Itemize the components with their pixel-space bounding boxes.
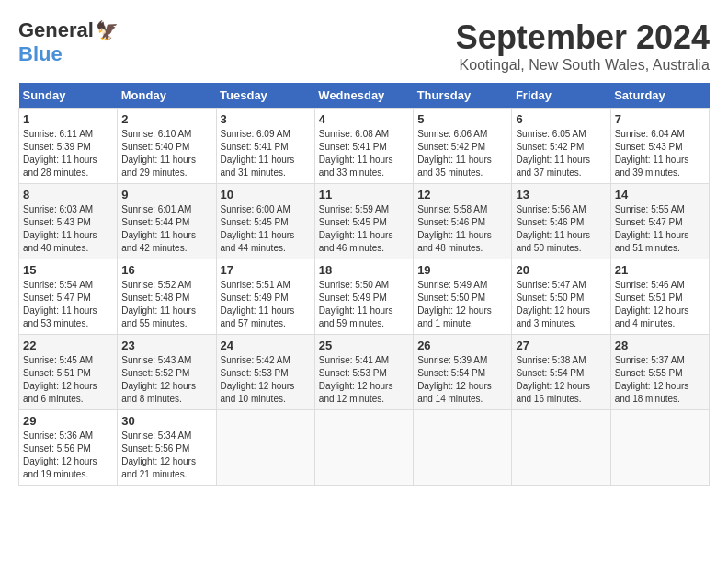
col-sunday: Sunday xyxy=(19,83,118,109)
calendar-day-cell: 9 Sunrise: 6:01 AMSunset: 5:44 PMDayligh… xyxy=(118,184,216,259)
day-number: 26 xyxy=(417,339,507,352)
day-info: Sunrise: 5:34 AMSunset: 5:56 PMDaylight:… xyxy=(121,431,196,479)
day-info: Sunrise: 6:05 AMSunset: 5:42 PMDaylight:… xyxy=(516,129,590,178)
day-number: 7 xyxy=(615,112,705,126)
day-info: Sunrise: 5:54 AMSunset: 5:47 PMDaylight:… xyxy=(23,280,97,328)
calendar-day-cell: 21 Sunrise: 5:46 AMSunset: 5:51 PMDaylig… xyxy=(610,259,709,335)
day-info: Sunrise: 5:38 AMSunset: 5:54 PMDaylight:… xyxy=(516,355,590,404)
day-number: 9 xyxy=(121,188,211,201)
calendar-week-row: 29 Sunrise: 5:36 AMSunset: 5:56 PMDaylig… xyxy=(19,410,710,486)
day-number: 24 xyxy=(221,339,311,352)
calendar-day-cell: 19 Sunrise: 5:49 AMSunset: 5:50 PMDaylig… xyxy=(414,259,512,335)
month-title: September 2024 xyxy=(456,18,710,57)
day-number: 17 xyxy=(221,263,311,277)
calendar-day-cell: 10 Sunrise: 6:00 AMSunset: 5:45 PMDaylig… xyxy=(216,184,314,259)
calendar-day-cell: 14 Sunrise: 5:55 AMSunset: 5:47 PMDaylig… xyxy=(610,184,709,259)
calendar-day-cell: 8 Sunrise: 6:03 AMSunset: 5:43 PMDayligh… xyxy=(19,184,118,259)
title-area: September 2024 Kootingal, New South Wale… xyxy=(456,18,710,74)
col-friday: Friday xyxy=(512,83,610,109)
day-number: 3 xyxy=(221,112,311,126)
calendar-week-row: 15 Sunrise: 5:54 AMSunset: 5:47 PMDaylig… xyxy=(19,259,710,335)
day-number: 12 xyxy=(417,188,507,201)
day-number: 22 xyxy=(23,339,113,352)
day-info: Sunrise: 5:58 AMSunset: 5:46 PMDaylight:… xyxy=(417,204,492,253)
day-number: 29 xyxy=(23,414,113,428)
day-number: 5 xyxy=(417,112,507,126)
calendar-week-row: 1 Sunrise: 6:11 AMSunset: 5:39 PMDayligh… xyxy=(19,109,710,184)
day-number: 15 xyxy=(23,263,113,277)
calendar-day-cell: 27 Sunrise: 5:38 AMSunset: 5:54 PMDaylig… xyxy=(512,335,610,410)
calendar-day-cell: 12 Sunrise: 5:58 AMSunset: 5:46 PMDaylig… xyxy=(414,184,512,259)
calendar-day-cell: 30 Sunrise: 5:34 AMSunset: 5:56 PMDaylig… xyxy=(118,410,216,486)
day-number: 23 xyxy=(121,339,211,352)
calendar-day-cell: 16 Sunrise: 5:52 AMSunset: 5:48 PMDaylig… xyxy=(118,259,216,335)
calendar-day-cell xyxy=(314,410,413,486)
calendar-day-cell: 2 Sunrise: 6:10 AMSunset: 5:40 PMDayligh… xyxy=(118,109,216,184)
day-number: 4 xyxy=(319,112,409,126)
calendar-day-cell: 11 Sunrise: 5:59 AMSunset: 5:45 PMDaylig… xyxy=(314,184,413,259)
col-thursday: Thursday xyxy=(414,83,512,109)
logo-blue-text: Blue xyxy=(18,42,63,66)
day-info: Sunrise: 5:49 AMSunset: 5:50 PMDaylight:… xyxy=(417,280,492,328)
day-info: Sunrise: 5:36 AMSunset: 5:56 PMDaylight:… xyxy=(23,431,97,479)
day-info: Sunrise: 5:46 AMSunset: 5:51 PMDaylight:… xyxy=(615,280,689,328)
calendar-day-cell xyxy=(216,410,314,486)
calendar-day-cell: 23 Sunrise: 5:43 AMSunset: 5:52 PMDaylig… xyxy=(118,335,216,410)
day-info: Sunrise: 6:11 AMSunset: 5:39 PMDaylight:… xyxy=(23,129,97,178)
logo-bird-icon: 🦅 xyxy=(96,19,119,41)
col-tuesday: Tuesday xyxy=(216,83,314,109)
day-number: 30 xyxy=(121,414,211,428)
calendar-day-cell: 3 Sunrise: 6:09 AMSunset: 5:41 PMDayligh… xyxy=(216,109,314,184)
day-number: 1 xyxy=(23,112,113,126)
day-info: Sunrise: 5:41 AMSunset: 5:53 PMDaylight:… xyxy=(319,355,393,404)
day-number: 16 xyxy=(121,263,211,277)
day-info: Sunrise: 5:51 AMSunset: 5:49 PMDaylight:… xyxy=(221,280,295,328)
day-number: 18 xyxy=(319,263,409,277)
calendar-day-cell: 17 Sunrise: 5:51 AMSunset: 5:49 PMDaylig… xyxy=(216,259,314,335)
day-info: Sunrise: 6:00 AMSunset: 5:45 PMDaylight:… xyxy=(221,204,295,253)
calendar-week-row: 8 Sunrise: 6:03 AMSunset: 5:43 PMDayligh… xyxy=(19,184,710,259)
calendar-day-cell: 4 Sunrise: 6:08 AMSunset: 5:41 PMDayligh… xyxy=(314,109,413,184)
col-wednesday: Wednesday xyxy=(314,83,413,109)
day-number: 8 xyxy=(23,188,113,201)
day-info: Sunrise: 5:43 AMSunset: 5:52 PMDaylight:… xyxy=(121,355,196,404)
day-number: 11 xyxy=(319,188,409,201)
logo-general-text: General xyxy=(18,18,94,42)
calendar-week-row: 22 Sunrise: 5:45 AMSunset: 5:51 PMDaylig… xyxy=(19,335,710,410)
calendar-day-cell: 15 Sunrise: 5:54 AMSunset: 5:47 PMDaylig… xyxy=(19,259,118,335)
day-info: Sunrise: 5:37 AMSunset: 5:55 PMDaylight:… xyxy=(615,355,689,404)
calendar-day-cell: 7 Sunrise: 6:04 AMSunset: 5:43 PMDayligh… xyxy=(610,109,709,184)
day-number: 27 xyxy=(516,339,606,352)
calendar-day-cell: 26 Sunrise: 5:39 AMSunset: 5:54 PMDaylig… xyxy=(414,335,512,410)
day-number: 21 xyxy=(615,263,705,277)
calendar-day-cell: 13 Sunrise: 5:56 AMSunset: 5:46 PMDaylig… xyxy=(512,184,610,259)
col-monday: Monday xyxy=(118,83,216,109)
day-info: Sunrise: 5:39 AMSunset: 5:54 PMDaylight:… xyxy=(417,355,492,404)
calendar-day-cell xyxy=(610,410,709,486)
calendar-day-cell: 25 Sunrise: 5:41 AMSunset: 5:53 PMDaylig… xyxy=(314,335,413,410)
day-info: Sunrise: 6:04 AMSunset: 5:43 PMDaylight:… xyxy=(615,129,689,178)
calendar-day-cell: 18 Sunrise: 5:50 AMSunset: 5:49 PMDaylig… xyxy=(314,259,413,335)
calendar-day-cell: 20 Sunrise: 5:47 AMSunset: 5:50 PMDaylig… xyxy=(512,259,610,335)
calendar-table: Sunday Monday Tuesday Wednesday Thursday… xyxy=(18,83,710,486)
day-info: Sunrise: 5:52 AMSunset: 5:48 PMDaylight:… xyxy=(121,280,196,328)
day-number: 20 xyxy=(516,263,606,277)
day-number: 25 xyxy=(319,339,409,352)
day-info: Sunrise: 5:45 AMSunset: 5:51 PMDaylight:… xyxy=(23,355,97,404)
day-info: Sunrise: 6:09 AMSunset: 5:41 PMDaylight:… xyxy=(221,129,295,178)
day-info: Sunrise: 5:59 AMSunset: 5:45 PMDaylight:… xyxy=(319,204,393,253)
header: General 🦅 Blue September 2024 Kootingal,… xyxy=(18,18,710,74)
calendar-day-cell xyxy=(512,410,610,486)
day-info: Sunrise: 5:50 AMSunset: 5:49 PMDaylight:… xyxy=(319,280,393,328)
calendar-day-cell: 1 Sunrise: 6:11 AMSunset: 5:39 PMDayligh… xyxy=(19,109,118,184)
day-info: Sunrise: 5:47 AMSunset: 5:50 PMDaylight:… xyxy=(516,280,590,328)
day-number: 28 xyxy=(615,339,705,352)
day-number: 19 xyxy=(417,263,507,277)
day-info: Sunrise: 5:55 AMSunset: 5:47 PMDaylight:… xyxy=(615,204,689,253)
day-info: Sunrise: 6:10 AMSunset: 5:40 PMDaylight:… xyxy=(121,129,196,178)
day-number: 13 xyxy=(516,188,606,201)
day-info: Sunrise: 6:01 AMSunset: 5:44 PMDaylight:… xyxy=(121,204,196,253)
day-number: 2 xyxy=(121,112,211,126)
col-saturday: Saturday xyxy=(610,83,709,109)
calendar-day-cell: 28 Sunrise: 5:37 AMSunset: 5:55 PMDaylig… xyxy=(610,335,709,410)
